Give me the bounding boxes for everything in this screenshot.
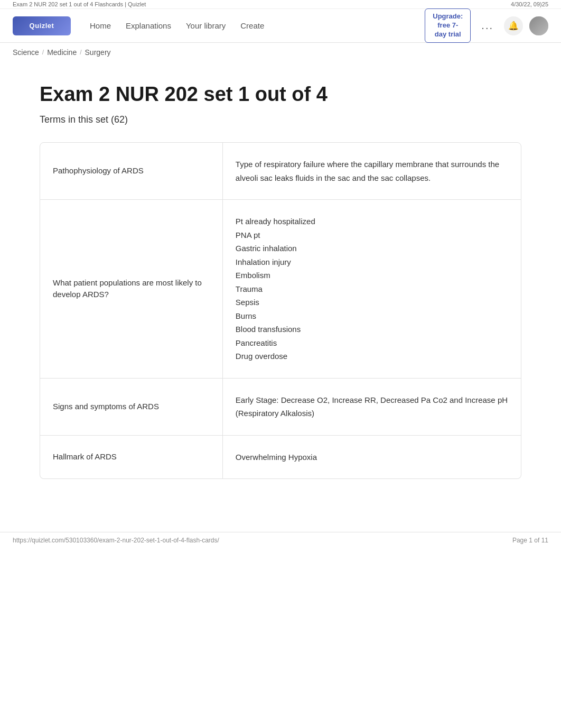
logo[interactable]: Quizlet <box>13 16 71 35</box>
footer-page-indicator: Page 1 of 11 <box>512 537 548 544</box>
card-term: What patient populations are most likely… <box>40 200 223 378</box>
page-title: Exam 2 NUR 202 set 1 out of 4 <box>40 83 521 106</box>
table-row: Pathophysiology of ARDSType of respirato… <box>40 142 521 200</box>
logo-text: Quizlet <box>30 22 54 30</box>
footer-url: https://quizlet.com/530103360/exam-2-nur… <box>13 537 219 544</box>
terms-count: Terms in this set (62) <box>40 114 521 125</box>
notifications-icon[interactable]: 🔔 <box>504 16 523 35</box>
main-content: Exam 2 NUR 202 set 1 out of 4 Terms in t… <box>27 62 534 511</box>
nav-right: Upgrade:free 7-day trial ... 🔔 <box>425 8 548 43</box>
nav-explanations[interactable]: Explanations <box>119 18 177 33</box>
browser-timestamp: 4/30/22, 09)25 <box>511 1 548 7</box>
navbar: Quizlet Home Explanations Your library C… <box>0 9 561 43</box>
table-row: Signs and symptoms of ARDSEarly Stage: D… <box>40 379 521 436</box>
upgrade-button[interactable]: Upgrade:free 7-day trial <box>425 8 471 43</box>
breadcrumb: Science / Medicine / Surgery <box>0 43 561 62</box>
nav-create[interactable]: Create <box>234 18 270 33</box>
card-term: Signs and symptoms of ARDS <box>40 379 223 435</box>
card-definition: Overwhelming Hypoxia <box>223 436 521 479</box>
nav-links: Home Explanations Your library Create <box>83 18 270 33</box>
card-term: Pathophysiology of ARDS <box>40 143 223 199</box>
breadcrumb-sep-2: / <box>80 49 81 56</box>
avatar-image <box>529 16 548 35</box>
nav-home[interactable]: Home <box>83 18 117 33</box>
page-footer: https://quizlet.com/530103360/exam-2-nur… <box>0 532 561 548</box>
tab-title: Exam 2 NUR 202 set 1 out of 4 Flashcards… <box>13 1 146 7</box>
table-row: What patient populations are most likely… <box>40 200 521 379</box>
breadcrumb-medicine[interactable]: Medicine <box>47 48 77 57</box>
table-row: Hallmark of ARDSOverwhelming Hypoxia <box>40 436 521 480</box>
nav-left: Quizlet Home Explanations Your library C… <box>13 16 270 35</box>
avatar[interactable] <box>529 16 548 35</box>
card-definition: Type of respiratory failure where the ca… <box>223 143 521 199</box>
nav-your-library[interactable]: Your library <box>180 18 232 33</box>
card-definition: Pt already hospitalizedPNA ptGastric inh… <box>223 200 521 378</box>
breadcrumb-surgery[interactable]: Surgery <box>85 48 111 57</box>
breadcrumb-sep-1: / <box>42 49 44 56</box>
card-term: Hallmark of ARDS <box>40 436 223 479</box>
card-list: Pathophysiology of ARDSType of respirato… <box>40 142 521 479</box>
more-options-button[interactable]: ... <box>477 17 498 34</box>
card-definition: Early Stage: Decrease O2, Increase RR, D… <box>223 379 521 435</box>
breadcrumb-science[interactable]: Science <box>13 48 39 57</box>
